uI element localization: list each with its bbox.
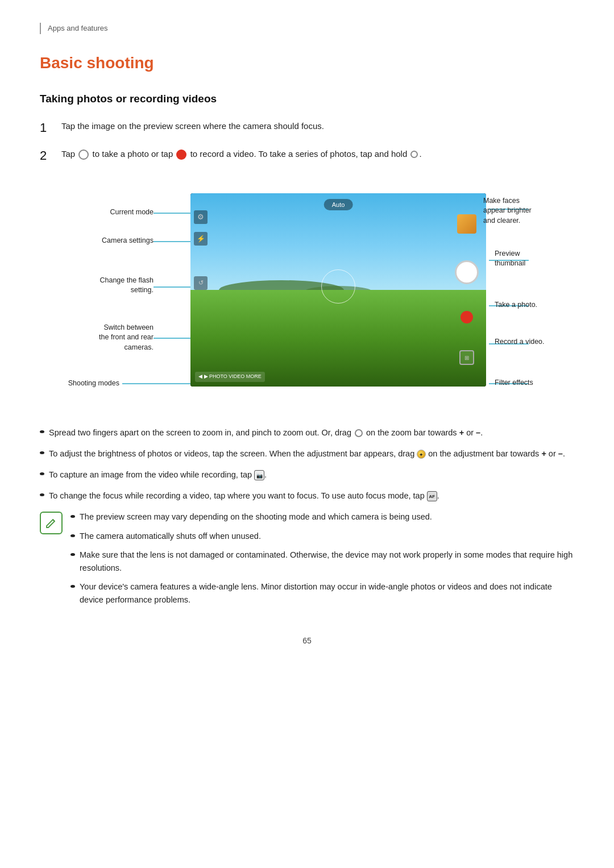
note-dot-1: [70, 515, 75, 518]
page-number: 65: [40, 635, 574, 647]
take-photo-button[interactable]: [455, 260, 479, 284]
bullet-text-2: To adjust the brightness of photos or vi…: [49, 447, 565, 460]
annotation-filter-effects: Filter effects: [495, 378, 574, 388]
note-text-1: The preview screen may vary depending on…: [80, 510, 432, 524]
note-box: The preview screen may vary depending on…: [40, 510, 574, 612]
bullet-dot-3: [40, 472, 44, 475]
bullet-text-1: Spread two fingers apart on the screen t…: [49, 426, 483, 439]
af-icon: AF: [427, 491, 437, 501]
shutter-icon-small: [410, 151, 418, 158]
note-text-2: The camera automatically shuts off when …: [80, 530, 261, 543]
note-text-4: Your device's camera features a wide-ang…: [80, 580, 574, 607]
record-icon-red: [176, 149, 186, 160]
preview-thumbnail[interactable]: [457, 214, 476, 234]
note-item-2: The camera automatically shuts off when …: [70, 530, 574, 543]
camera-settings-icon[interactable]: ⚙: [194, 210, 208, 224]
section-title: Taking photos or recording videos: [40, 91, 574, 107]
drag-circle-icon: [355, 429, 363, 437]
step-1: 1 Tap the image on the preview screen wh…: [40, 119, 574, 137]
bullet-list: Spread two fingers apart on the screen t…: [40, 426, 574, 503]
annotation-preview-thumbnail: Previewthumbnail: [495, 249, 574, 269]
camera-left-icons: ⚙ ⚡ ↺: [194, 210, 208, 290]
capture-icon: 📷: [254, 470, 264, 480]
step-1-text: Tap the image on the preview screen wher…: [61, 119, 324, 133]
bullet-item-4: To change the focus while recording a vi…: [40, 489, 574, 502]
camera-right-controls: ⊞: [453, 193, 480, 387]
camera-bottom-bar: ◀ ▶ PHOTO VIDEO MORE: [195, 372, 482, 382]
note-text-3: Make sure that the lens is not damaged o…: [80, 549, 574, 575]
bullet-text-3: To capture an image from the video while…: [49, 468, 267, 481]
annotation-take-photo: Take a photo.: [495, 300, 574, 310]
note-list: The preview screen may vary depending on…: [70, 510, 574, 612]
flash-icon[interactable]: ⚡: [194, 232, 208, 246]
annotation-switch-cameras: Switch betweenthe front and rearcameras.: [51, 323, 154, 353]
page-title: Basic shooting: [40, 51, 574, 75]
annotation-camera-settings: Camera settings: [57, 236, 154, 246]
bullet-item-3: To capture an image from the video while…: [40, 468, 574, 481]
annotation-shooting-modes: Shooting modes: [51, 379, 119, 389]
annotation-make-faces: Make facesappear brighterand clearer.: [483, 196, 574, 226]
step-2-number: 2: [40, 147, 53, 165]
breadcrumb: Apps and features: [40, 23, 574, 34]
note-item-4: Your device's camera features a wide-ang…: [70, 580, 574, 607]
camera-mode-bar: Auto: [324, 199, 353, 211]
camera-screen: Auto ⚙ ⚡ ↺ ⊞ ◀ ▶ PHOTO VIDEO MORE: [190, 193, 486, 387]
note-item-1: The preview screen may vary depending on…: [70, 510, 574, 524]
gallery-icon[interactable]: ⊞: [459, 350, 474, 365]
note-icon: [40, 512, 63, 534]
shutter-icon-empty: [78, 149, 89, 160]
note-dot-2: [70, 534, 75, 537]
annotation-change-flash: Change the flashsetting.: [63, 276, 154, 296]
switch-camera-icon[interactable]: ↺: [194, 276, 208, 290]
note-item-3: Make sure that the lens is not damaged o…: [70, 549, 574, 575]
step-2-text: Tap to take a photo or tap to record a v…: [61, 147, 422, 161]
bullet-dot-1: [40, 430, 44, 433]
bullet-item-2: To adjust the brightness of photos or vi…: [40, 447, 574, 460]
step-1-number: 1: [40, 119, 53, 137]
step-2-mid: to take a photo or tap: [93, 149, 173, 159]
note-pencil-icon: [44, 516, 58, 530]
camera-diagram: Auto ⚙ ⚡ ↺ ⊞ ◀ ▶ PHOTO VIDEO MORE: [40, 176, 574, 415]
annotation-current-mode: Current mode: [68, 207, 154, 218]
bullet-text-4: To change the focus while recording a vi…: [49, 489, 439, 502]
record-video-button[interactable]: [460, 311, 473, 323]
annotation-record-video: Record a video.: [495, 337, 574, 347]
brightness-icon: ✦: [417, 450, 426, 459]
bullet-dot-2: [40, 451, 44, 454]
note-dot-4: [70, 585, 75, 588]
bullet-dot-4: [40, 493, 44, 496]
step-2: 2 Tap to take a photo or tap to record a…: [40, 147, 574, 165]
note-dot-3: [70, 553, 75, 556]
shooting-modes-bar[interactable]: ◀ ▶ PHOTO VIDEO MORE: [195, 372, 265, 382]
bullet-item-1: Spread two fingers apart on the screen t…: [40, 426, 574, 439]
